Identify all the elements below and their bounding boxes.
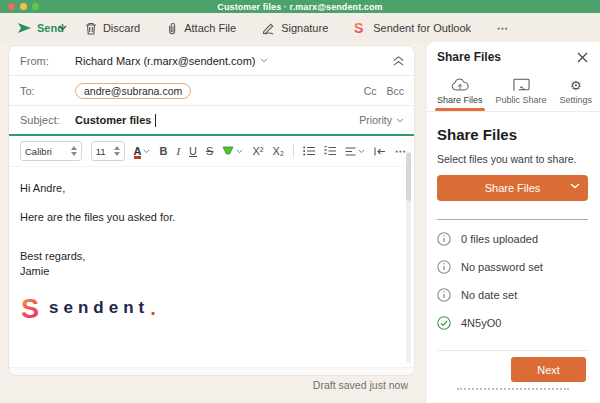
traffic-lights — [8, 3, 39, 10]
font-family-select[interactable]: Calibri — [20, 141, 82, 161]
panel-subheading: Select files you want to share. — [437, 153, 588, 165]
align-left-icon — [345, 147, 356, 156]
subject-row: Subject: Customer files Priority — [9, 106, 414, 136]
chevron-down-icon — [143, 149, 150, 154]
underline-button[interactable]: U — [189, 145, 197, 157]
chevron-down-icon — [58, 25, 67, 31]
superscript-button[interactable]: X² — [252, 145, 263, 157]
status-files: 0 files uploaded — [437, 232, 588, 246]
chevron-down-icon — [358, 149, 365, 154]
tab-public-share[interactable]: Public Share — [495, 78, 546, 111]
subject-label: Subject: — [20, 114, 75, 126]
stepper-icon — [71, 146, 77, 156]
chevron-down-icon — [236, 149, 243, 154]
italic-button[interactable]: I — [176, 145, 180, 157]
tab-label: Public Share — [495, 95, 546, 105]
panel-heading: Share Files — [437, 126, 588, 143]
align-button[interactable] — [345, 147, 365, 156]
close-icon[interactable] — [577, 52, 588, 63]
tab-share-files[interactable]: Share Files — [437, 78, 483, 111]
compose-card-footer — [9, 367, 414, 375]
collapse-header-button[interactable] — [393, 56, 404, 66]
font-color-button[interactable]: A — [134, 145, 151, 157]
subject-input[interactable]: Customer files — [75, 114, 359, 127]
more-commands-button[interactable]: ⋯ — [497, 22, 508, 35]
message-body-editor[interactable]: Hi Andre, Here are the files you asked f… — [9, 167, 414, 376]
stepper-icon — [114, 146, 120, 156]
body-line: Here are the files you asked for. — [20, 210, 396, 225]
tab-label: Share Files — [437, 95, 483, 105]
divider — [437, 350, 588, 351]
send-icon — [18, 22, 31, 34]
sendent-logo-icon: S — [20, 294, 44, 322]
outdent-button[interactable] — [374, 147, 386, 156]
attach-file-button[interactable]: Attach File — [166, 22, 236, 35]
app-window: Customer files · r.marx@sendent.com Send… — [0, 0, 600, 403]
toolbar-divider — [293, 144, 294, 158]
chevron-down-icon — [396, 118, 404, 123]
minimize-window-button[interactable] — [20, 3, 27, 10]
format-more-button[interactable]: ⋯ — [395, 145, 406, 158]
check-circle-icon — [437, 316, 451, 330]
status-code: 4N5yO0 — [437, 316, 588, 330]
strikethrough-button[interactable]: S — [206, 145, 213, 157]
highlighter-icon — [222, 146, 234, 156]
signature-button[interactable]: Signature — [262, 22, 328, 35]
panel-tabs: Share Files Public Share ⚙ Settings — [427, 64, 600, 111]
scrollbar-thumb[interactable] — [406, 153, 411, 201]
priority-dropdown[interactable]: Priority — [359, 114, 404, 126]
share-files-button[interactable]: Share Files — [437, 175, 588, 201]
bullet-list-button[interactable] — [303, 146, 315, 156]
font-size-select[interactable]: 11 — [91, 141, 125, 161]
from-label: From: — [20, 55, 75, 67]
draft-status: Draft saved just now — [8, 379, 408, 391]
ellipsis-icon: ⋯ — [497, 22, 508, 35]
tab-label: Settings — [559, 95, 592, 105]
discard-button[interactable]: Discard — [85, 22, 140, 35]
message-toolbar: Send Discard Attach File Signature S Sen… — [0, 13, 600, 43]
panel-body: Share Files Select files you want to sha… — [427, 112, 600, 390]
bcc-button[interactable]: Bcc — [386, 85, 404, 97]
close-window-button[interactable] — [8, 3, 15, 10]
divider — [437, 219, 588, 220]
shared-folder-icon — [513, 78, 530, 92]
send-options-dropdown[interactable] — [58, 25, 67, 31]
numbered-list-icon — [324, 146, 336, 156]
zoom-window-button[interactable] — [32, 3, 39, 10]
window-titlebar: Customer files · r.marx@sendent.com — [0, 0, 600, 13]
next-button[interactable]: Next — [511, 357, 586, 382]
to-label: To: — [20, 85, 75, 97]
from-selector[interactable]: Richard Marx (r.marx@sendent.com) — [75, 55, 393, 67]
logo-wordmark: sendent — [49, 297, 149, 320]
panel-header: Share Files — [427, 42, 600, 64]
subscript-button[interactable]: X₂ — [272, 145, 284, 157]
tab-settings[interactable]: ⚙ Settings — [559, 79, 592, 111]
window-title: Customer files · r.marx@sendent.com — [217, 2, 382, 12]
sendent-signature-logo: S sendent . — [20, 294, 396, 322]
numbered-list-button[interactable] — [324, 146, 336, 156]
body-line: Jamie — [20, 264, 396, 279]
info-icon — [437, 232, 451, 246]
cc-button[interactable]: Cc — [364, 85, 377, 97]
sendent-logo-icon: S — [354, 21, 367, 35]
ellipsis-icon: ⋯ — [395, 145, 406, 158]
recipient-pill[interactable]: andre@subrana.com — [75, 83, 191, 99]
status-password: No password set — [437, 260, 588, 274]
double-chevron-up-icon — [393, 56, 404, 66]
body-scrollbar[interactable] — [406, 151, 411, 363]
bullet-list-icon — [303, 146, 315, 156]
sendent-panel: Share Files Share Files Public Share ⚙ — [427, 42, 600, 403]
signature-pen-icon — [262, 22, 275, 35]
to-field[interactable]: andre@subrana.com — [75, 83, 364, 99]
svg-text:S: S — [21, 294, 39, 322]
paperclip-icon — [166, 22, 178, 35]
cutoff-text — [457, 388, 569, 390]
highlight-button[interactable] — [222, 146, 243, 156]
chevron-down-icon — [260, 58, 268, 63]
info-icon — [437, 260, 451, 274]
bold-button[interactable]: B — [159, 145, 167, 157]
body-line: Hi Andre, — [20, 181, 396, 196]
sendent-addin-button[interactable]: S Sendent for Outlook — [354, 21, 471, 35]
info-icon — [437, 288, 451, 302]
compose-card: From: Richard Marx (r.marx@sendent.com) … — [8, 45, 415, 376]
